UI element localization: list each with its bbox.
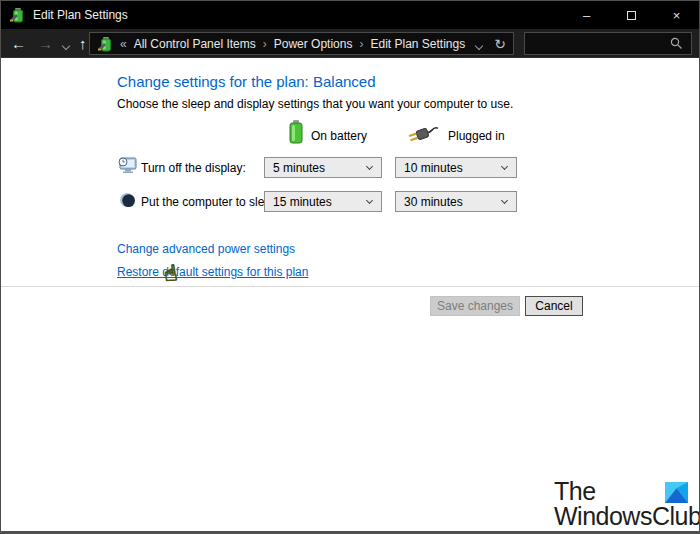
breadcrumb-item-power-options[interactable]: Power Options	[274, 37, 353, 51]
recent-pages-button[interactable]	[59, 36, 73, 51]
on-battery-display-value: 5 minutes	[273, 161, 325, 175]
minimize-button[interactable]: –	[564, 1, 609, 29]
close-icon: ×	[673, 8, 681, 23]
chevron-down-icon	[475, 41, 483, 49]
chevron-down-icon	[62, 41, 70, 49]
display-icon	[118, 157, 137, 174]
row-label-put-computer-to-sleep: Put the computer to sleep:	[141, 195, 281, 209]
forward-icon: →	[38, 35, 53, 52]
plug-icon	[405, 124, 443, 144]
close-button[interactable]: ×	[654, 1, 699, 29]
battery-icon	[289, 120, 303, 144]
logo-text-the: The	[554, 479, 596, 504]
breadcrumb-item-all-control-panel-items[interactable]: All Control Panel Items	[134, 37, 256, 51]
breadcrumb-item-edit-plan-settings[interactable]: Edit Plan Settings	[370, 37, 465, 51]
column-header-on-battery: On battery	[311, 129, 367, 143]
maximize-icon	[627, 11, 636, 20]
restore-default-settings-link[interactable]: Restore default settings for this plan	[117, 265, 308, 279]
chevron-down-icon	[366, 162, 373, 169]
title-bar: Edit Plan Settings – ×	[1, 1, 699, 29]
plugged-in-display-select[interactable]: 10 minutes	[395, 157, 517, 178]
plugged-in-display-value: 10 minutes	[404, 161, 463, 175]
edit-plan-settings-window: Edit Plan Settings – × ← → ↑ « All Contr…	[0, 0, 700, 534]
plugged-in-sleep-value: 30 minutes	[404, 195, 463, 209]
on-battery-display-select[interactable]: 5 minutes	[264, 157, 382, 178]
breadcrumb-separator: ›	[263, 37, 267, 51]
page-subtitle: Choose the sleep and display settings th…	[117, 97, 513, 111]
back-icon: ←	[11, 35, 26, 52]
moon-icon	[119, 192, 135, 208]
on-battery-sleep-select[interactable]: 15 minutes	[264, 191, 382, 212]
search-icon	[670, 37, 683, 50]
breadcrumb: « All Control Panel Items › Power Option…	[89, 32, 514, 55]
breadcrumb-root-chevron[interactable]: «	[120, 37, 127, 51]
address-dropdown-button[interactable]	[476, 35, 482, 53]
refresh-icon: ↻	[494, 36, 506, 52]
column-header-plugged-in: Plugged in	[448, 129, 505, 143]
logo-text-windowsclub: WindowsClub	[554, 504, 700, 529]
on-battery-sleep-value: 15 minutes	[273, 195, 332, 209]
divider	[1, 286, 699, 287]
plugged-in-sleep-select[interactable]: 30 minutes	[395, 191, 517, 212]
power-options-icon	[97, 36, 113, 52]
window-title: Edit Plan Settings	[33, 8, 128, 22]
caption-buttons: – ×	[564, 1, 699, 29]
back-button[interactable]: ←	[5, 36, 32, 51]
chevron-down-icon	[366, 196, 373, 203]
windowsclub-logo-icon	[665, 482, 688, 503]
row-label-turn-off-display: Turn off the display:	[141, 161, 246, 175]
save-changes-button[interactable]: Save changes	[430, 296, 520, 316]
navigation-bar: ← → ↑ « All Control Panel Items › Power …	[1, 29, 699, 58]
breadcrumb-separator: ›	[359, 37, 363, 51]
chevron-down-icon	[501, 196, 508, 203]
cancel-button[interactable]: Cancel	[525, 296, 583, 316]
chevron-down-icon	[501, 162, 508, 169]
content-area: Change settings for the plan: Balanced C…	[1, 58, 699, 531]
power-options-icon	[9, 7, 25, 23]
search-box	[524, 32, 692, 55]
maximize-button[interactable]	[609, 1, 654, 29]
page-title: Change settings for the plan: Balanced	[117, 73, 376, 90]
refresh-button[interactable]: ↻	[494, 37, 506, 51]
up-icon: ↑	[79, 35, 87, 52]
search-input[interactable]	[533, 36, 670, 52]
minimize-icon: –	[583, 8, 590, 23]
forward-button[interactable]: →	[32, 36, 59, 51]
change-advanced-power-settings-link[interactable]: Change advanced power settings	[117, 242, 295, 256]
